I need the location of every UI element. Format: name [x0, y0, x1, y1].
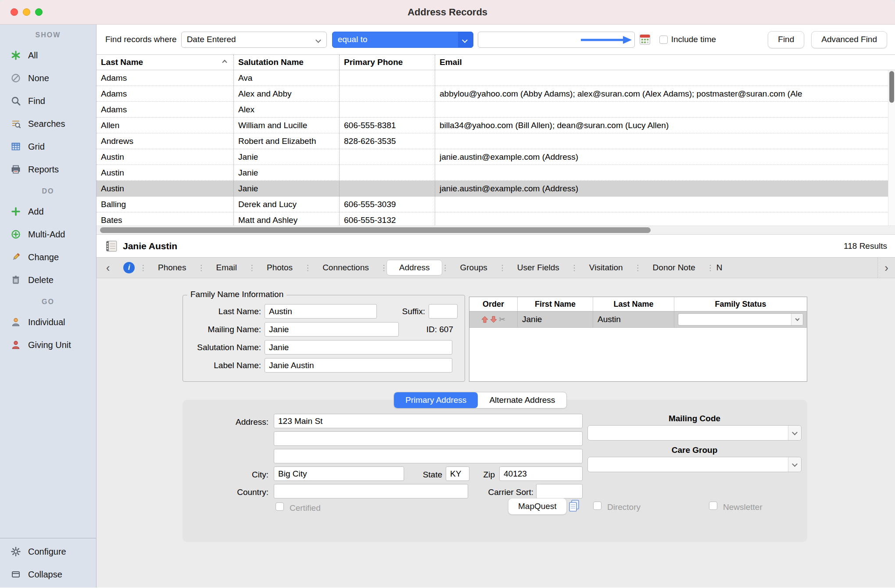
tab-donor-note[interactable]: Donor Note	[640, 258, 709, 278]
cell-email	[435, 197, 895, 212]
column-header-label: Primary Phone	[344, 57, 403, 67]
carrier-sort-field[interactable]	[536, 484, 583, 498]
advanced-find-button[interactable]: Advanced Find	[811, 31, 887, 48]
tabs-scroll-left-button[interactable]: ‹	[99, 258, 117, 278]
sidebar-item-giving-unit[interactable]: Giving Unit	[0, 333, 96, 356]
tab-visitation[interactable]: Visitation	[576, 258, 636, 278]
last-name-label: Last Name:	[183, 307, 265, 316]
mailing-code-select[interactable]	[587, 425, 802, 441]
vertical-scrollbar[interactable]	[888, 70, 895, 226]
tab-address[interactable]: Address	[387, 260, 443, 276]
mapquest-button[interactable]: MapQuest	[508, 498, 567, 515]
sidebar-item-configure[interactable]: Configure	[0, 540, 96, 563]
close-button[interactable]	[11, 8, 18, 16]
sidebar-section-show: SHOW	[0, 26, 96, 44]
tab-email[interactable]: Email	[203, 258, 250, 278]
tab-separator: ⋮	[501, 258, 504, 278]
include-time-checkbox[interactable]	[659, 36, 668, 44]
cell-last-name: Austin	[97, 149, 234, 165]
city-field[interactable]	[274, 466, 404, 481]
label-name-field[interactable]	[265, 358, 452, 373]
tab-phones[interactable]: Phones	[145, 258, 199, 278]
address-line1-field[interactable]	[274, 414, 583, 428]
sidebar-item-delete[interactable]: Delete	[0, 269, 96, 291]
include-time-label: Include time	[671, 35, 716, 44]
state-field[interactable]	[446, 466, 469, 481]
family-status-select[interactable]	[678, 313, 803, 326]
find-field-select[interactable]: Date Entered	[181, 32, 327, 48]
table-row[interactable]: Austin Janie janie.austin@example.com (A…	[97, 149, 895, 165]
member-row-selected[interactable]: ✂ Janie Austin	[469, 312, 807, 328]
country-field[interactable]	[274, 484, 468, 498]
horizontal-scrollbar[interactable]	[97, 226, 895, 234]
table-row[interactable]: Allen William and Lucille 606-555-8381 b…	[97, 118, 895, 133]
find-button[interactable]: Find	[768, 31, 804, 48]
tab-groups[interactable]: Groups	[447, 258, 500, 278]
cell-email: janie.austin@example.com (Address)	[435, 149, 895, 165]
calendar-icon[interactable]	[639, 34, 651, 45]
sidebar-item-searches[interactable]: Searches	[0, 112, 96, 135]
column-header-email[interactable]: Email	[435, 55, 895, 70]
primary-address-segment[interactable]: Primary Address	[394, 392, 478, 408]
tab-connections[interactable]: Connections	[309, 258, 382, 278]
table-row[interactable]: Austin Janie	[97, 165, 895, 181]
last-name-field[interactable]	[265, 304, 377, 319]
zoom-button[interactable]	[35, 8, 43, 16]
table-row[interactable]: Adams Ava	[97, 70, 895, 86]
vertical-scrollbar-thumb[interactable]	[889, 71, 894, 103]
cell-email	[435, 133, 895, 149]
tab-photos[interactable]: Photos	[254, 258, 306, 278]
certified-checkbox[interactable]	[276, 502, 284, 511]
mailing-name-field[interactable]	[265, 322, 399, 337]
sidebar-item-multi-add[interactable]: Multi-Add	[0, 223, 96, 246]
sidebar-item-find[interactable]: Find	[0, 90, 96, 112]
cell-salutation: Janie	[234, 165, 340, 180]
table-row[interactable]: Adams Alex and Abby abbylou@yahoo.com (A…	[97, 86, 895, 102]
table-row[interactable]: Balling Derek and Lucy 606-555-3039	[97, 197, 895, 212]
tab-separator: ⋮	[573, 258, 576, 278]
minimize-button[interactable]	[23, 8, 30, 16]
tab-info[interactable]: i	[117, 258, 141, 278]
copy-address-icon[interactable]	[568, 499, 581, 513]
sidebar-item-reports[interactable]: Reports	[0, 158, 96, 181]
horizontal-scrollbar-thumb[interactable]	[100, 227, 651, 233]
trash-icon	[11, 275, 21, 285]
sidebar-item-grid[interactable]: Grid	[0, 135, 96, 158]
care-group-select[interactable]	[587, 457, 802, 472]
state-label: State	[412, 470, 442, 480]
select-chevron-box	[791, 314, 803, 325]
directory-checkbox[interactable]	[593, 502, 601, 510]
zip-field[interactable]	[499, 466, 583, 481]
table-row-selected[interactable]: Austin Janie janie.austin@example.com (A…	[97, 181, 895, 197]
cell-last-name: Allen	[97, 118, 234, 133]
column-header-salutation-name[interactable]: Salutation Name	[234, 55, 340, 70]
sidebar-item-change[interactable]: Change	[0, 246, 96, 269]
scissors-icon[interactable]: ✂	[499, 315, 505, 324]
move-down-icon[interactable]	[490, 316, 497, 323]
find-value-field[interactable]	[478, 32, 635, 48]
sidebar-item-add[interactable]: Add	[0, 200, 96, 223]
table-row[interactable]: Andrews Robert and Elizabeth 828-626-353…	[97, 133, 895, 149]
tabs-scroll-right-button[interactable]: ›	[877, 258, 895, 278]
address-line3-field[interactable]	[274, 449, 583, 463]
find-field-select-value: Date Entered	[187, 35, 236, 44]
address-line2-field[interactable]	[274, 431, 583, 446]
sidebar-item-none[interactable]: None	[0, 67, 96, 90]
alternate-address-segment[interactable]: Alternate Address	[478, 392, 566, 408]
table-row[interactable]: Adams Alex	[97, 102, 895, 118]
sidebar-item-all[interactable]: All	[0, 44, 96, 67]
salutation-name-field[interactable]	[265, 340, 452, 355]
sidebar-item-collapse[interactable]: Collapse	[0, 563, 96, 586]
tab-next-truncated[interactable]: N	[712, 258, 724, 278]
tab-user-fields[interactable]: User Fields	[504, 258, 573, 278]
newsletter-checkbox[interactable]	[709, 502, 717, 510]
advanced-find-button-label: Advanced Find	[821, 35, 877, 44]
column-header-primary-phone[interactable]: Primary Phone	[340, 55, 435, 70]
move-up-icon[interactable]	[481, 316, 488, 323]
find-operator-select[interactable]: equal to	[332, 32, 473, 48]
column-header-last-name[interactable]: Last Name	[97, 55, 234, 70]
segment-label: Primary Address	[405, 395, 466, 405]
table-row[interactable]: Bates Matt and Ashley 606-555-3132	[97, 212, 895, 226]
suffix-field[interactable]	[429, 304, 458, 319]
sidebar-item-individual[interactable]: Individual	[0, 311, 96, 333]
